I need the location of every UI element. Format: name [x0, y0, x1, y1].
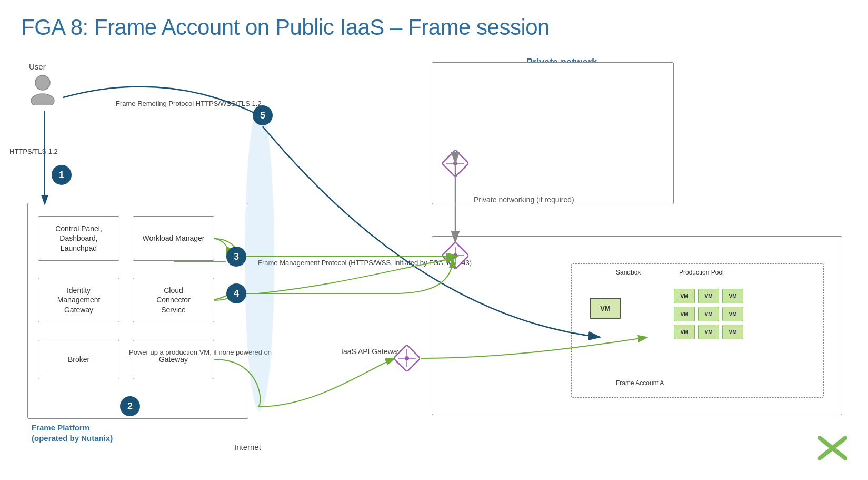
https-label: HTTPS/TLS 1.2 — [9, 148, 58, 156]
step-2: 2 — [120, 396, 140, 416]
frame-account-dashed-box — [571, 263, 824, 398]
user-label: User — [29, 62, 56, 71]
vm-prod-2-2: VM — [698, 307, 719, 321]
step-4: 4 — [226, 283, 246, 303]
cloud-connector-box: CloudConnectorService — [133, 278, 214, 322]
cloud-connector-label: CloudConnectorService — [156, 286, 191, 315]
vm-prod-1-1: VM — [674, 289, 695, 303]
vm-prod-2-3: VM — [722, 307, 743, 321]
svg-point-5 — [453, 161, 457, 165]
step-5: 5 — [253, 105, 273, 125]
vm-prod-3-3: VM — [722, 325, 743, 339]
step-5-label: 5 — [260, 110, 265, 121]
svg-point-1 — [31, 94, 54, 105]
production-label: Production Pool — [679, 269, 724, 277]
sandbox-label: Sandbox — [616, 269, 641, 276]
frame-account-a-label: Frame Account A — [616, 379, 664, 387]
private-networking-label: Private networking (if required) — [474, 195, 574, 205]
frame-mgmt-text: Frame Management Protocol (HTTPS/WSS, in… — [258, 259, 472, 267]
diagram: FGA 8: Frame Account on Public IaaS – Fr… — [0, 0, 868, 480]
svg-point-9 — [453, 253, 457, 258]
frame-platform-text: Frame Platform(operated by Nutanix) — [32, 423, 113, 443]
vm-prod-3-2: VM — [698, 325, 719, 339]
workload-manager-box: Workload Manager — [133, 216, 214, 261]
vm-prod-2-1: VM — [674, 307, 695, 321]
svg-point-13 — [405, 356, 409, 360]
diamond-middle — [442, 242, 468, 271]
user-icon — [29, 73, 56, 105]
gateway-box: Gateway — [133, 340, 214, 379]
frame-mgmt-label: Frame Management Protocol (HTTPS/WSS, in… — [258, 258, 472, 268]
internet-text: Internet — [234, 443, 261, 452]
internet-label: Internet — [234, 443, 261, 452]
identity-mgmt-label: IdentityManagementGateway — [57, 286, 101, 315]
step-1: 1 — [52, 165, 72, 185]
step-1-label: 1 — [59, 170, 64, 181]
vm-prod-3-1: VM — [674, 325, 695, 339]
priv-net-text: Private networking (if required) — [474, 195, 574, 204]
vm-prod-1-2: VM — [698, 289, 719, 303]
broker-box: Broker — [38, 340, 119, 379]
internet-ellipse — [244, 79, 275, 437]
vm-prod-1-3: VM — [722, 289, 743, 303]
vm-sandbox: VM — [590, 298, 621, 319]
private-network-box — [432, 62, 674, 204]
step-2-label: 2 — [127, 401, 133, 412]
iaas-text: IaaS API Gateway — [341, 347, 401, 356]
step-3-label: 3 — [234, 251, 239, 262]
frame-platform-label: Frame Platform(operated by Nutanix) — [32, 423, 113, 443]
svg-point-0 — [35, 75, 50, 90]
frame-remoting-label: Frame Remoting Protocol HTTPS/WSS/TLS 1.… — [116, 99, 262, 109]
user-area: User — [29, 62, 56, 107]
step-4-label: 4 — [234, 288, 239, 299]
nutanix-logo — [818, 436, 847, 464]
iaas-label: IaaS API Gateway — [341, 347, 401, 356]
control-panel-box: Control Panel,Dashboard,Launchpad — [38, 216, 119, 261]
step-3: 3 — [226, 247, 246, 267]
workload-manager-label: Workload Manager — [142, 233, 204, 243]
diamond-iaas — [394, 345, 420, 374]
control-panel-label: Control Panel,Dashboard,Launchpad — [55, 224, 102, 253]
vm-sandbox-label: VM — [600, 305, 611, 312]
identity-mgmt-box: IdentityManagementGateway — [38, 278, 119, 322]
broker-label: Broker — [68, 355, 89, 364]
page-title: FGA 8: Frame Account on Public IaaS – Fr… — [21, 15, 550, 40]
svg-point-14 — [245, 105, 274, 411]
frame-remoting-text: Frame Remoting Protocol HTTPS/WSS/TLS 1.… — [116, 100, 262, 107]
diamond-top — [442, 150, 468, 179]
